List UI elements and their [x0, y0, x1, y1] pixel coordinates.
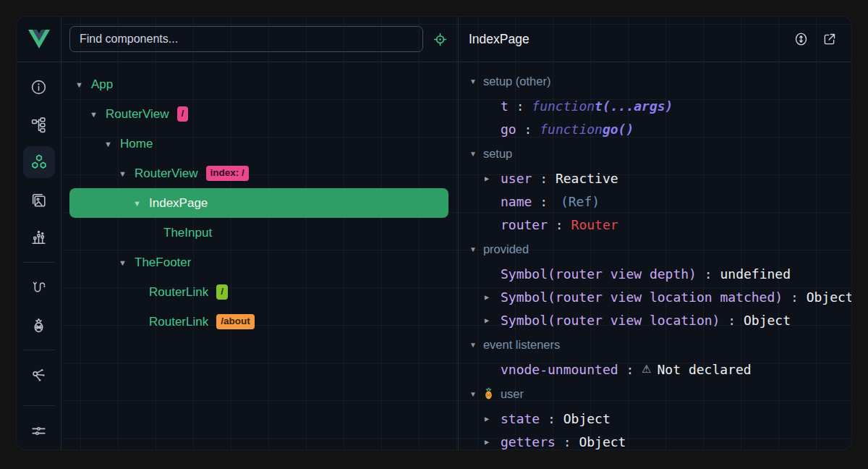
tree-row[interactable]: ▼ App — [69, 69, 448, 99]
state-key: vnode-unmounted — [501, 362, 618, 377]
state-key: Symbol(router view location) — [501, 313, 720, 328]
state-row[interactable]: ▶ getters : Object — [459, 430, 851, 449]
sidebar-item-pages[interactable] — [23, 109, 55, 140]
scroll-to-component-button[interactable] — [793, 31, 809, 47]
component-tree: ▼ App ▼ RouterView / ▼ Home ▼ RouterView… — [61, 62, 458, 337]
state-row[interactable]: go : function go() — [459, 117, 851, 140]
chevron-down-icon[interactable]: ▼ — [75, 80, 91, 89]
section-label: event listeners — [483, 338, 560, 352]
state-key: Symbol(router view depth) — [501, 266, 697, 282]
chevron-down-icon[interactable]: ▼ — [90, 110, 106, 119]
state-key: name — [501, 194, 532, 209]
state-section-event-listeners[interactable]: ▼ event listeners — [459, 331, 851, 358]
tree-row[interactable]: ▼ RouterView index: / — [69, 159, 448, 188]
state-value: Router — [571, 217, 618, 232]
tree-row[interactable]: ▼ Home — [69, 129, 448, 159]
chevron-down-icon[interactable]: ▼ — [133, 199, 149, 208]
inspector-state: ▼ setup (other) t : function t(...args) … — [459, 62, 851, 449]
function-signature: go() — [603, 122, 634, 137]
chevron-down-icon: ▼ — [469, 77, 477, 85]
state-value: (Ref) — [561, 194, 600, 209]
state-section-provided[interactable]: ▼ provided — [459, 236, 851, 262]
state-value: Object — [807, 290, 851, 305]
sidebar-item-router[interactable] — [23, 271, 55, 303]
state-value: Not declared — [658, 362, 752, 377]
sidebar-divider — [23, 405, 55, 406]
sidebar-item-components[interactable] — [23, 146, 55, 178]
state-row[interactable]: ▶ Symbol(router view location) : Object — [459, 308, 851, 331]
tree-row-selected[interactable]: ▼ IndexPage — [69, 188, 448, 218]
tree-row[interactable]: RouterLink / — [69, 277, 448, 307]
graph-nodes-icon — [30, 366, 48, 384]
inspector-title: IndexPage — [469, 32, 529, 47]
route-badge: /about — [216, 314, 255, 329]
chevron-right-icon[interactable]: ▶ — [485, 174, 501, 182]
tree-row[interactable]: TheInput — [69, 218, 448, 248]
state-row[interactable]: ▶ user : Reactive — [459, 166, 851, 190]
sidebar — [17, 17, 61, 449]
colon: : — [556, 434, 579, 449]
state-key: Symbol(router view location matched) — [501, 290, 783, 305]
route-badge: index: / — [206, 166, 249, 181]
component-name: RouterView — [135, 166, 198, 181]
tree-row[interactable]: RouterLink /about — [69, 307, 448, 337]
state-row[interactable]: t : function t(...args) — [459, 94, 851, 117]
colon: : — [540, 411, 563, 426]
component-picker-button[interactable] — [433, 32, 448, 47]
chevron-down-icon[interactable]: ▼ — [119, 258, 135, 267]
chevron-down-icon[interactable]: ▼ — [104, 140, 120, 148]
state-row[interactable]: Symbol(router view depth) : undefined — [459, 262, 851, 285]
sidebar-item-settings[interactable] — [23, 415, 55, 447]
chevron-down-icon[interactable]: ▼ — [119, 169, 135, 178]
sidebar-item-graph[interactable] — [23, 359, 55, 391]
colon: : — [618, 362, 642, 377]
component-name: Home — [120, 137, 153, 151]
inspector-panel: IndexPage — [459, 17, 851, 449]
state-row[interactable]: ▶ Symbol(router view location matched) :… — [459, 285, 851, 308]
chevron-down-icon: ▼ — [469, 341, 477, 349]
target-icon — [433, 32, 448, 47]
chevron-down-icon: ▼ — [469, 245, 477, 253]
function-keyword: function — [532, 98, 595, 114]
devtools-window: ▼ App ▼ RouterView / ▼ Home ▼ RouterView… — [16, 16, 852, 450]
function-signature: t(...args) — [595, 98, 673, 114]
router-route-icon — [30, 279, 48, 297]
state-row[interactable]: name : (Ref) — [459, 190, 851, 213]
component-name: App — [91, 77, 113, 92]
state-value: Object — [744, 313, 791, 328]
state-row[interactable]: router : Router — [459, 213, 851, 236]
inspector-header: IndexPage — [459, 17, 851, 62]
state-row[interactable]: vnode-unmounted : ⚠Not declared — [459, 358, 851, 381]
search-input[interactable] — [69, 26, 423, 52]
chevron-right-icon[interactable]: ▶ — [485, 316, 501, 324]
sidebar-divider — [23, 350, 55, 350]
chevron-right-icon[interactable]: ▶ — [485, 292, 501, 301]
open-in-editor-button[interactable] — [822, 32, 837, 47]
state-section-setup-other[interactable]: ▼ setup (other) — [459, 68, 851, 94]
colon: : — [720, 313, 744, 328]
tree-header — [61, 17, 458, 62]
warning-icon: ⚠ — [642, 363, 651, 376]
state-section-setup[interactable]: ▼ setup — [459, 140, 851, 166]
chevron-right-icon[interactable]: ▶ — [485, 437, 501, 446]
state-value: Object — [563, 411, 610, 426]
colon: : — [509, 98, 532, 114]
sidebar-item-timeline[interactable] — [23, 221, 55, 253]
sidebar-item-pinia[interactable] — [23, 309, 55, 341]
sidebar-item-overview[interactable] — [23, 71, 55, 103]
chevron-right-icon[interactable]: ▶ — [485, 414, 501, 423]
component-name: TheInput — [163, 226, 212, 240]
state-row[interactable]: ▶ state : Object — [459, 407, 851, 430]
state-key: user — [501, 171, 532, 186]
tree-row[interactable]: ▼ RouterView / — [69, 99, 448, 129]
scroll-to-component-icon — [793, 31, 809, 47]
state-section-user-store[interactable]: ▼ user — [459, 381, 851, 407]
state-key: state — [501, 411, 540, 426]
chevron-down-icon: ▼ — [469, 390, 477, 398]
components-hexagons-icon — [30, 153, 48, 172]
pinia-pineapple-icon — [483, 387, 494, 400]
vue-logo[interactable] — [17, 17, 61, 62]
section-label: setup — [483, 147, 512, 161]
sidebar-item-assets[interactable] — [23, 184, 55, 216]
tree-row[interactable]: ▼ TheFooter — [69, 248, 448, 277]
